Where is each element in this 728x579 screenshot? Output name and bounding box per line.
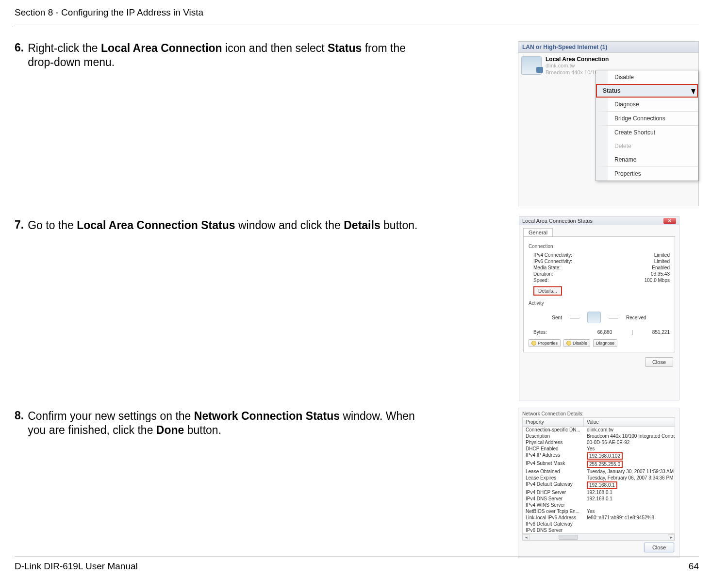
cell-value: 192.168.0.102 xyxy=(584,452,675,460)
table-row: Physical Address00-0D-56-AE-0E-92 xyxy=(523,439,675,446)
menu-item-status[interactable]: Status xyxy=(596,84,698,98)
details-button[interactable]: Details... xyxy=(533,286,562,296)
table-row: IPv4 Default Gateway192.168.0.1 xyxy=(523,481,675,489)
cell-property: Lease Expires xyxy=(523,475,584,481)
table-header: Property Value xyxy=(523,418,675,427)
menu-item-bridge[interactable]: Bridge Connections xyxy=(596,112,698,126)
row-ipv4: IPv4 Connectivity:Limited xyxy=(529,252,670,258)
cell-property: Physical Address xyxy=(523,439,584,446)
details-body: Network Connection Details: Property Val… xyxy=(522,411,675,552)
button-row: Properties Disable Diagnose xyxy=(529,339,670,347)
row-val: Limited xyxy=(654,252,670,258)
cell-property: Lease Obtained xyxy=(523,468,584,475)
table-row: IPv4 DHCP Server192.168.0.1 xyxy=(523,489,675,496)
cell-property: Connection-specific DN... xyxy=(523,427,584,433)
cell-property: IPv6 Default Gateway xyxy=(523,521,584,527)
window-title: Local Area Connection Status xyxy=(522,218,593,224)
row-val: Limited xyxy=(654,259,670,264)
group-header: LAN or High-Speed Internet (1) xyxy=(518,42,698,53)
group-activity: Activity xyxy=(529,300,670,306)
cell-property: IPv4 IP Address xyxy=(523,452,584,460)
step-6: 6. Right-click the Local Area Connection… xyxy=(15,41,426,69)
scroll-left-icon[interactable]: ◂ xyxy=(523,534,529,540)
menu-item-shortcut[interactable]: Create Shortcut xyxy=(596,126,698,139)
bytes-sent: 66,880 xyxy=(597,330,612,335)
text-span: button. xyxy=(381,219,418,232)
details-label: Network Connection Details: xyxy=(522,411,675,416)
menu-item-rename[interactable]: Rename xyxy=(596,153,698,167)
cell-value xyxy=(584,502,675,508)
text-span: Confirm your new settings on the xyxy=(28,410,194,422)
cell-property: IPv6 DNS Server xyxy=(523,527,584,533)
close-button[interactable]: Close xyxy=(644,543,674,552)
row-bytes: Bytes: 66,880|851,221 xyxy=(529,329,670,335)
cell-value xyxy=(584,521,675,527)
table-row: Connection-specific DN...dlink.com.tw xyxy=(523,427,675,433)
connection-name: Local Area Connection xyxy=(546,56,609,63)
section-header: Section 8 - Configuring the IP Address i… xyxy=(15,7,699,24)
step-8: 8. Confirm your new settings on the Netw… xyxy=(15,409,426,437)
close-icon[interactable]: ✕ xyxy=(663,218,676,224)
th-property: Property xyxy=(523,418,584,426)
disable-button[interactable]: Disable xyxy=(563,339,590,347)
cell-property: IPv4 DHCP Server xyxy=(523,489,584,496)
scroll-right-icon[interactable]: ▸ xyxy=(668,534,675,540)
close-button[interactable]: Close xyxy=(645,357,673,367)
th-value: Value xyxy=(584,418,675,426)
cell-value: 255.255.255.0 xyxy=(584,460,675,468)
tab-strip: General xyxy=(519,225,679,236)
cell-property: IPv4 Subnet Mask xyxy=(523,460,584,468)
table-row: DescriptionBroadcom 440x 10/100 Integrat… xyxy=(523,433,675,439)
row-key: Duration: xyxy=(533,271,553,277)
scroll-thumb[interactable] xyxy=(559,535,578,540)
bytes-recv: 851,221 xyxy=(652,330,670,335)
step-text: Right-click the Local Area Connection ic… xyxy=(28,41,426,69)
bold-text: Details xyxy=(344,219,380,232)
bold-text: Local Area Connection Status xyxy=(77,219,235,232)
row-speed: Speed:100.0 Mbps xyxy=(529,277,670,283)
properties-button[interactable]: Properties xyxy=(529,339,561,347)
cell-property: NetBIOS over Tcpip En... xyxy=(523,508,584,514)
close-row: Close xyxy=(519,356,679,369)
bold-text: Done xyxy=(156,424,184,436)
table-row: IPv6 DNS Server xyxy=(523,527,675,533)
step-number: 6. xyxy=(15,41,24,54)
cell-value: Yes xyxy=(584,508,675,514)
highlighted-value: 255.255.255.0 xyxy=(587,461,623,468)
table-row: IPv6 Default Gateway xyxy=(523,521,675,527)
horizontal-scrollbar[interactable]: ◂ ▸ xyxy=(523,533,675,540)
table-row: NetBIOS over Tcpip En...Yes xyxy=(523,508,675,514)
cell-value: Tuesday, January 30, 2007 11:59:33 AM xyxy=(584,468,675,475)
row-key: Media State: xyxy=(533,265,561,270)
highlighted-value: 192.168.0.1 xyxy=(587,481,617,489)
cell-value: Yes xyxy=(584,446,675,452)
diagnose-button[interactable]: Diagnose xyxy=(593,339,617,347)
window-titlebar: Local Area Connection Status ✕ xyxy=(519,216,679,225)
row-duration: Duration:03:35:43 xyxy=(529,271,670,277)
document-page: Section 8 - Configuring the IP Address i… xyxy=(0,0,728,51)
menu-item-delete: Delete xyxy=(596,139,698,153)
step-number: 7. xyxy=(15,218,24,232)
btn-label: Diagnose xyxy=(596,341,614,346)
cell-property: DHCP Enabled xyxy=(523,446,584,452)
activity-display: Sent —— —— Received xyxy=(529,312,670,323)
cell-value: 00-0D-56-AE-0E-92 xyxy=(584,439,675,446)
cell-value: Tuesday, February 06, 2007 3:34:36 PM xyxy=(584,475,675,481)
menu-item-diagnose[interactable]: Diagnose xyxy=(596,98,698,112)
group-connection: Connection xyxy=(529,244,670,249)
cell-value xyxy=(584,527,675,533)
text-span: button. xyxy=(184,424,221,436)
table-row: Link-local IPv6 Addressfe80::a871:ab99::… xyxy=(523,514,675,521)
row-val: 100.0 Mbps xyxy=(645,278,670,283)
cell-property: IPv4 WINS Server xyxy=(523,502,584,508)
menu-item-properties[interactable]: Properties xyxy=(596,167,698,181)
text-span: Right-click the xyxy=(28,42,101,54)
highlighted-value: 192.168.0.102 xyxy=(587,452,623,460)
cell-value: 192.168.0.1 xyxy=(584,489,675,496)
row-val: 03:35:43 xyxy=(651,271,670,277)
step-text: Go to the Local Area Connection Status w… xyxy=(28,218,417,232)
tab-general[interactable]: General xyxy=(523,228,553,236)
menu-item-disable[interactable]: Disable xyxy=(596,70,698,84)
footer-manual: D-Link DIR-619L User Manual xyxy=(15,561,138,572)
screenshot-context-menu: LAN or High-Speed Internet (1) Local Are… xyxy=(518,41,699,206)
